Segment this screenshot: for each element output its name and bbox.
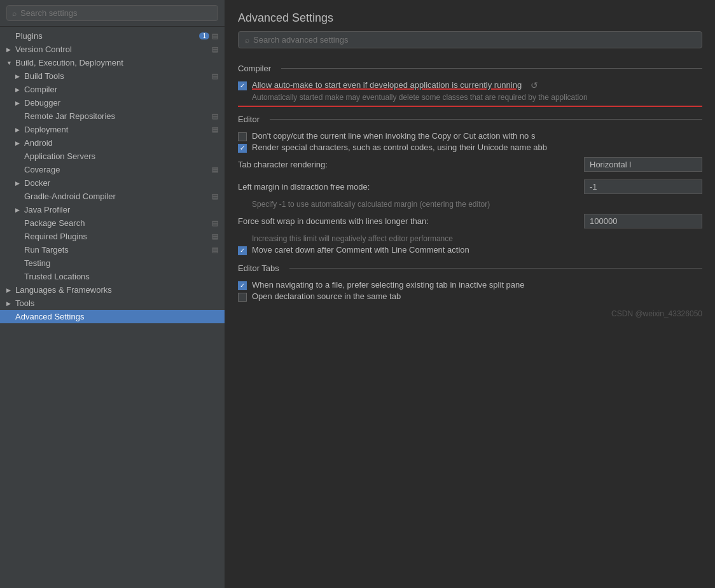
sidebar-item-coverage[interactable]: Coverage▤: [0, 163, 225, 176]
checkbox-wrap-no-copy-cut[interactable]: Don't copy/cut the current line when inv…: [238, 130, 702, 142]
inline-label-tab-char-rendering: Tab character rendering:: [238, 160, 578, 169]
sidebar: ⌕ Plugins1▤▶Version Control▤▼Build, Exec…: [0, 0, 225, 588]
main-panel: Advanced Settings ⌕ CompilerAllow auto-m…: [225, 0, 715, 588]
save-icon: ▤: [212, 219, 218, 227]
setting-row-no-copy-cut: Don't copy/cut the current line when inv…: [238, 130, 702, 142]
inline-label-left-margin: Left margin in distraction free mode:: [238, 182, 578, 192]
sidebar-item-android[interactable]: ▶Android: [0, 136, 225, 150]
inline-input-tab-char-rendering[interactable]: [584, 157, 702, 172]
arrow-icon: ▶: [6, 287, 13, 293]
arrow-icon: ▶: [15, 100, 22, 106]
sidebar-item-label: Required Plugins: [24, 232, 209, 241]
advanced-search-wrap: ⌕: [225, 31, 715, 56]
sidebar-item-label: Run Targets: [24, 245, 209, 255]
sidebar-item-label: Deployment: [24, 125, 209, 134]
checkbox-wrap-allow-auto-make[interactable]: Allow auto-make to start even if develop…: [238, 80, 702, 91]
sidebar-item-deployment[interactable]: ▶Deployment▤: [0, 123, 225, 136]
sidebar-item-label: Application Servers: [24, 151, 218, 161]
sidebar-item-label: Package Search: [24, 218, 209, 228]
setting-label-move-caret-comment: Move caret down after Comment with Line …: [252, 244, 469, 256]
save-icon: ▤: [212, 165, 218, 174]
arrow-icon: ▶: [15, 127, 22, 133]
sidebar-item-label: Tools: [15, 298, 218, 308]
inline-label-force-soft-wrap: Force soft wrap in documents with lines …: [238, 216, 578, 226]
arrow-icon: ▶: [6, 46, 13, 53]
sidebar-item-build-execution-deployment[interactable]: ▼Build, Execution, Deployment: [0, 56, 225, 69]
search-icon: ⌕: [245, 36, 249, 45]
page-title: Advanced Settings: [225, 0, 715, 31]
badge: 1: [199, 32, 209, 39]
sidebar-item-label: Remote Jar Repositories: [24, 111, 209, 121]
sidebar-search-input[interactable]: [20, 8, 212, 18]
checkbox-wrap-render-special-chars[interactable]: Render special characters, such as contr…: [238, 142, 702, 153]
sidebar-search-wrap[interactable]: ⌕: [6, 5, 218, 21]
setting-inline-force-soft-wrap: Force soft wrap in documents with lines …: [238, 210, 702, 244]
section-header-editor: Editor: [238, 115, 702, 124]
arrow-icon: ▶: [15, 207, 22, 213]
inline-row-left-margin: Left margin in distraction free mode:: [238, 176, 702, 198]
sidebar-item-trusted-locations[interactable]: Trusted Locations: [0, 270, 225, 283]
sidebar-item-package-search[interactable]: Package Search▤: [0, 216, 225, 230]
arrow-icon: ▶: [15, 87, 22, 93]
sidebar-item-label: Plugins: [15, 31, 194, 41]
sidebar-item-label: Languages & Frameworks: [15, 285, 218, 295]
setting-label-allow-auto-make: Allow auto-make to start even if develop…: [252, 80, 522, 91]
sidebar-item-label: Java Profiler: [24, 205, 218, 214]
sidebar-item-version-control[interactable]: ▶Version Control▤: [0, 43, 225, 56]
sidebar-item-required-plugins[interactable]: Required Plugins▤: [0, 230, 225, 243]
sidebar-item-build-tools[interactable]: ▶Build Tools▤: [0, 69, 225, 83]
sidebar-item-run-targets[interactable]: Run Targets▤: [0, 243, 225, 256]
sidebar-item-label: Gradle-Android Compiler: [24, 192, 209, 201]
setting-label-prefer-existing-tab: When navigating to a file, prefer select…: [252, 279, 525, 291]
section-header-compiler: Compiler: [238, 64, 702, 73]
setting-row-allow-auto-make: Allow auto-make to start even if develop…: [238, 80, 702, 107]
arrow-icon: ▶: [6, 300, 13, 307]
sidebar-item-tools[interactable]: ▶Tools: [0, 297, 225, 310]
setting-label-open-declaration-source: Open declaration source in the same tab: [252, 291, 401, 302]
sidebar-item-docker[interactable]: ▶Docker: [0, 176, 225, 190]
save-icon: ▤: [212, 32, 218, 40]
checkbox-move-caret-comment[interactable]: [238, 246, 247, 255]
section-header-editor-tabs: Editor Tabs: [238, 263, 702, 273]
sidebar-item-testing[interactable]: Testing: [0, 256, 225, 270]
checkbox-open-declaration-source[interactable]: [238, 293, 247, 302]
save-icon: ▤: [212, 246, 218, 254]
checkbox-render-special-chars[interactable]: [238, 144, 247, 153]
setting-row-render-special-chars: Render special characters, such as contr…: [238, 142, 702, 153]
advanced-search-bar[interactable]: ⌕: [238, 31, 702, 48]
sidebar-item-remote-jar-repositories[interactable]: Remote Jar Repositories▤: [0, 109, 225, 123]
checkbox-no-copy-cut[interactable]: [238, 132, 247, 141]
sidebar-item-compiler[interactable]: ▶Compiler: [0, 83, 225, 96]
inline-row-force-soft-wrap: Force soft wrap in documents with lines …: [238, 210, 702, 232]
checkbox-prefer-existing-tab[interactable]: [238, 281, 247, 290]
sidebar-item-label: Build, Execution, Deployment: [15, 58, 218, 67]
sidebar-item-advanced-settings[interactable]: Advanced Settings: [0, 310, 225, 323]
sidebar-item-plugins[interactable]: Plugins1▤: [0, 29, 225, 43]
advanced-search-input[interactable]: [253, 35, 695, 45]
sidebar-item-application-servers[interactable]: Application Servers: [0, 150, 225, 163]
main-content: CompilerAllow auto-make to start even if…: [225, 56, 715, 588]
setting-row-prefer-existing-tab: When navigating to a file, prefer select…: [238, 279, 702, 291]
setting-label-no-copy-cut: Don't copy/cut the current line when inv…: [252, 130, 535, 142]
checkbox-allow-auto-make[interactable]: [238, 81, 247, 90]
setting-desc-allow-auto-make: Automatically started make may eventuall…: [252, 92, 702, 103]
sidebar-item-label: Trusted Locations: [24, 272, 218, 281]
setting-row-move-caret-comment: Move caret down after Comment with Line …: [238, 244, 702, 256]
checkbox-wrap-open-declaration-source[interactable]: Open declaration source in the same tab: [238, 291, 702, 302]
sidebar-item-debugger[interactable]: ▶Debugger: [0, 96, 225, 109]
setting-inline-left-margin: Left margin in distraction free mode:Spe…: [238, 176, 702, 210]
reset-icon[interactable]: ↺: [531, 80, 538, 90]
inline-input-left-margin[interactable]: [584, 179, 702, 194]
save-icon: ▤: [212, 125, 218, 134]
section-editor-tabs: Editor TabsWhen navigating to a file, pr…: [238, 263, 702, 302]
sidebar-item-gradle-android-compiler[interactable]: Gradle-Android Compiler▤: [0, 190, 225, 203]
inline-row-tab-char-rendering: Tab character rendering:: [238, 153, 702, 176]
sidebar-item-java-profiler[interactable]: ▶Java Profiler: [0, 203, 225, 216]
section-editor: EditorDon't copy/cut the current line wh…: [238, 115, 702, 256]
sidebar-item-languages-frameworks[interactable]: ▶Languages & Frameworks: [0, 283, 225, 297]
sidebar-item-label: Advanced Settings: [15, 312, 218, 321]
checkbox-wrap-prefer-existing-tab[interactable]: When navigating to a file, prefer select…: [238, 279, 702, 291]
checkbox-wrap-move-caret-comment[interactable]: Move caret down after Comment with Line …: [238, 244, 702, 256]
setting-row-open-declaration-source: Open declaration source in the same tab: [238, 291, 702, 302]
inline-input-force-soft-wrap[interactable]: [584, 214, 702, 228]
